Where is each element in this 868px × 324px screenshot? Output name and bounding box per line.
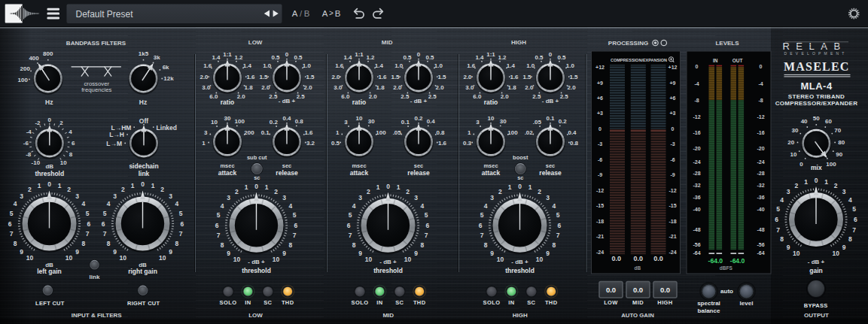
svg-text:3k: 3k [154,54,160,61]
svg-text:-56: -56 [693,242,700,247]
svg-text:ratio: ratio [484,98,498,106]
svg-text:6: 6 [87,220,90,228]
svg-text:5: 5 [425,211,428,219]
svg-text:0.4: 0.4 [427,118,436,125]
svg-text:0.5: 0.5 [425,54,434,61]
svg-text:1: 1 [468,129,471,136]
svg-text:-2: -2 [35,120,41,126]
svg-text:200: 200 [20,65,31,72]
svg-text:8: 8 [848,235,852,243]
svg-text:BANDPASS FILTERS: BANDPASS FILTERS [66,40,126,47]
svg-text:STEREO TRIBAND: STEREO TRIBAND [788,93,845,100]
svg-text:1: 1 [38,182,41,189]
svg-text:0: 0 [47,180,51,188]
svg-text:8: 8 [69,151,73,158]
svg-text:4: 4 [484,202,488,210]
svg-text:5: 5 [217,211,221,219]
svg-text:+3: +3 [597,111,603,116]
svg-text:balance: balance [698,307,720,314]
svg-text:0.0: 0.0 [653,255,663,262]
svg-text:0.5: 0.5 [557,54,566,61]
svg-text:2: 2 [274,188,278,195]
svg-text:1: 1 [376,183,380,191]
svg-text:IN: IN [508,299,514,306]
svg-text:12k: 12k [163,75,174,82]
svg-text:2.0: 2.0 [237,93,246,100]
svg-text:dB: dB [45,163,53,170]
svg-text:10: 10 [536,256,544,263]
svg-text:30: 30 [791,127,798,134]
svg-text:+9: +9 [597,80,603,86]
svg-text:8: 8 [221,241,224,249]
svg-text:release: release [539,169,562,177]
svg-text:-15: -15 [596,203,604,208]
svg-text:-9: -9 [598,172,602,177]
svg-text:1.5: 1.5 [522,74,531,80]
svg-text:1.8: 1.8 [245,84,254,91]
svg-text:L→M: L→M [106,140,122,147]
svg-text:3: 3 [227,194,230,201]
svg-text:2.5: 2.5 [269,93,278,100]
svg-text:B: B [335,9,341,18]
svg-text:sub cut: sub cut [247,154,267,161]
svg-text:4: 4 [81,200,85,207]
svg-text:1.4: 1.4 [475,54,484,61]
svg-text:6: 6 [294,222,297,229]
svg-text:10: 10 [365,256,373,263]
svg-text:DEVELOPMENT: DEVELOPMENT [784,51,848,56]
svg-text:9: 9 [20,248,23,256]
svg-text:-8: -8 [694,98,699,103]
svg-text:1.6: 1.6 [304,129,313,136]
svg-text:sidechain: sidechain [129,162,158,170]
svg-text:7: 7 [776,226,780,234]
svg-text:1.5: 1.5 [306,74,315,80]
svg-text:7: 7 [349,232,352,239]
svg-text:10: 10 [273,256,280,263]
svg-text:2.0: 2.0 [199,74,209,80]
svg-text:-18: -18 [669,219,676,224]
svg-text:6.0: 6.0 [473,93,482,100]
svg-text:4: 4 [552,202,556,210]
svg-text:2.0: 2.0 [463,74,472,80]
svg-text:10: 10 [159,254,166,262]
svg-text:4: 4 [780,196,784,204]
svg-text:2.5: 2.5 [560,93,569,100]
svg-text:1.6: 1.6 [510,74,519,80]
svg-text:7: 7 [10,230,14,238]
svg-text:8: 8 [175,240,178,247]
svg-text:0.3: 0.3 [463,140,472,147]
svg-text:L→HM: L→HM [111,124,131,132]
svg-text:2.0: 2.0 [369,93,378,100]
svg-text:1: 1 [528,183,532,191]
svg-text:-24: -24 [596,250,604,255]
svg-text:spectral: spectral [697,300,720,307]
svg-text:>: > [329,9,333,17]
svg-text:7: 7 [480,232,484,239]
svg-text:-48: -48 [757,227,764,232]
svg-text:threshold: threshold [242,267,271,274]
svg-text:IN: IN [713,58,718,63]
svg-text:-36: -36 [757,195,764,200]
svg-text:-10: -10 [32,159,41,166]
svg-text:-8: -8 [26,151,32,158]
svg-text:2.0: 2.0 [568,84,577,91]
svg-text:3: 3 [414,194,418,201]
svg-text:20: 20 [787,139,794,146]
svg-text:3: 3 [75,192,79,200]
svg-text:100: 100 [376,129,386,136]
svg-text:-64: -64 [757,250,764,256]
svg-text:-20: -20 [757,146,764,151]
svg-text:1: 1 [58,182,62,189]
svg-text:1:1: 1:1 [355,51,364,58]
svg-text:0.5: 0.5 [403,54,412,61]
svg-text:1.0: 1.0 [263,62,272,69]
svg-text:sec: sec [414,162,424,169]
svg-text:msec: msec [352,162,366,169]
svg-text:2.0: 2.0 [393,84,402,91]
svg-text:1.4: 1.4 [375,62,384,69]
svg-text:1.0: 1.0 [434,62,443,69]
svg-text:10: 10 [120,254,127,262]
svg-text:THD: THD [413,299,426,306]
svg-text:6k: 6k [163,64,169,71]
svg-text:9: 9 [358,250,362,257]
